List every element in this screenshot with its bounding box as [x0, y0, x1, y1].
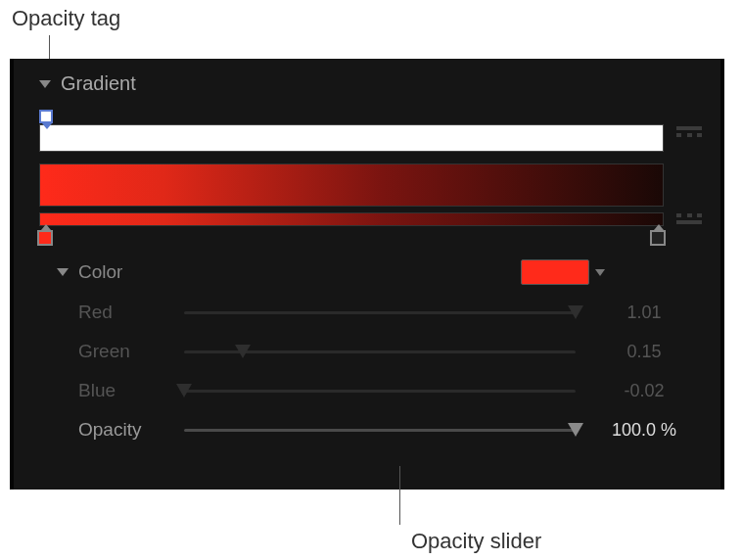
slider-thumb-red[interactable]: [568, 305, 583, 319]
param-row-red: Red 1.01: [57, 293, 703, 332]
value-opacity[interactable]: 100.0 %: [585, 420, 703, 441]
opacity-strip-area: [39, 111, 664, 152]
opacity-strip-row: [39, 111, 703, 152]
slider-blue[interactable]: [184, 390, 576, 393]
label-opacity: Opacity: [57, 419, 174, 441]
opacity-strip[interactable]: [39, 124, 664, 152]
gradient-strip-area: [39, 158, 664, 226]
opacity-tag-menu-icon[interactable]: [675, 117, 703, 145]
slider-thumb-blue[interactable]: [176, 384, 192, 397]
color-swatch[interactable]: [521, 259, 589, 285]
value-green[interactable]: 0.15: [585, 342, 703, 362]
param-row-green: Green 0.15: [57, 332, 703, 371]
label-green: Green: [57, 341, 174, 362]
callout-line: [399, 466, 400, 525]
opacity-tag-handle[interactable]: [39, 110, 53, 123]
disclosure-triangle-icon[interactable]: [39, 80, 51, 88]
color-section: Color Red 1.01 Green 0.15 Blue: [39, 259, 703, 449]
slider-red[interactable]: [184, 311, 576, 314]
label-red: Red: [57, 302, 174, 323]
gradient-section-header[interactable]: Gradient: [39, 72, 703, 95]
slider-thumb-green[interactable]: [235, 345, 251, 358]
value-blue[interactable]: -0.02: [585, 381, 703, 401]
slider-thumb-opacity[interactable]: [568, 423, 583, 437]
value-red[interactable]: 1.01: [585, 303, 703, 323]
param-row-opacity: Opacity 100.0 %: [57, 410, 703, 449]
param-row-blue: Blue -0.02: [57, 371, 703, 410]
disclosure-triangle-icon[interactable]: [57, 268, 69, 276]
color-stop-end[interactable]: [650, 230, 666, 246]
color-section-header[interactable]: Color: [57, 259, 703, 285]
chevron-down-icon[interactable]: [595, 269, 605, 276]
label-blue: Blue: [57, 380, 174, 401]
color-stop-start[interactable]: [37, 230, 53, 246]
gradient-inspector-panel: Gradient Color: [10, 59, 724, 490]
gradient-preview-strip[interactable]: [39, 163, 664, 207]
color-section-title: Color: [78, 261, 122, 283]
callout-opacity-slider: Opacity slider: [411, 529, 541, 554]
slider-opacity[interactable]: [184, 429, 576, 432]
color-swatch-control[interactable]: [521, 259, 605, 285]
color-stop-menu-icon[interactable]: [675, 205, 703, 232]
slider-green[interactable]: [184, 350, 576, 353]
gradient-preview-row: [39, 152, 703, 232]
callout-opacity-tag: Opacity tag: [12, 6, 120, 31]
section-title: Gradient: [61, 72, 136, 95]
color-stop-strip[interactable]: [39, 212, 664, 226]
